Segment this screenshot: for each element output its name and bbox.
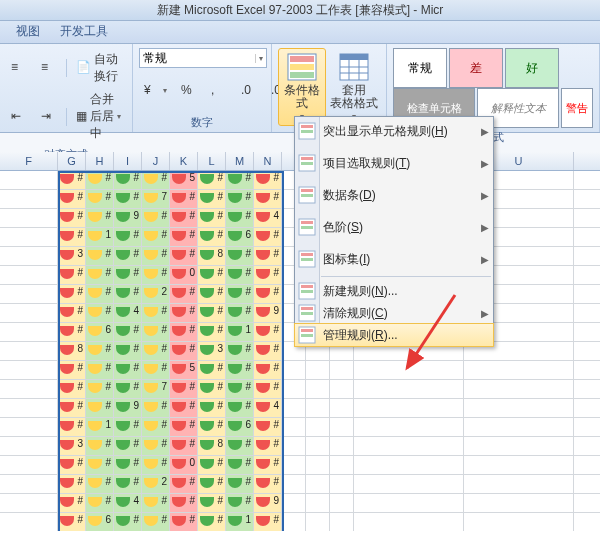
number-format-combo[interactable]: 常规 ▾ <box>139 48 267 68</box>
cell[interactable]: # <box>226 304 254 322</box>
cell[interactable]: # <box>114 361 142 379</box>
cell[interactable]: 1 <box>226 323 254 341</box>
cell[interactable] <box>0 247 58 265</box>
cell[interactable]: # <box>142 209 170 227</box>
currency-btn[interactable]: ¥▾ <box>139 80 172 102</box>
cell[interactable]: 1 <box>226 513 254 531</box>
cell[interactable] <box>0 361 58 379</box>
col-header[interactable]: I <box>114 152 142 170</box>
menu-item[interactable]: 新建规则(N)... <box>295 280 493 302</box>
cell[interactable]: # <box>254 418 282 436</box>
col-header[interactable]: N <box>254 152 282 170</box>
cell[interactable]: 3 <box>58 437 86 455</box>
cell[interactable]: # <box>254 513 282 531</box>
cell[interactable]: # <box>226 361 254 379</box>
cell[interactable]: 4 <box>114 304 142 322</box>
cell[interactable] <box>0 456 58 474</box>
cell[interactable] <box>464 399 574 417</box>
cell[interactable]: # <box>170 323 198 341</box>
cell[interactable] <box>306 361 330 379</box>
cell[interactable] <box>282 456 306 474</box>
cell[interactable] <box>464 456 574 474</box>
cell[interactable]: 9 <box>114 209 142 227</box>
cell[interactable]: # <box>58 456 86 474</box>
menu-item[interactable]: 项目选取规则(T)▶ <box>295 149 493 177</box>
cell[interactable]: # <box>226 266 254 284</box>
menu-item[interactable]: 数据条(D)▶ <box>295 181 493 209</box>
cell[interactable]: # <box>86 285 114 303</box>
cell[interactable]: # <box>226 437 254 455</box>
cell[interactable] <box>306 418 330 436</box>
cell[interactable]: 9 <box>254 304 282 322</box>
cell[interactable]: # <box>86 380 114 398</box>
cell[interactable]: # <box>254 456 282 474</box>
cell[interactable] <box>354 494 464 512</box>
col-header[interactable]: K <box>170 152 198 170</box>
style-warn[interactable]: 警告 <box>561 88 593 128</box>
cell[interactable]: # <box>198 513 226 531</box>
cell[interactable]: # <box>142 228 170 246</box>
cell[interactable]: # <box>86 266 114 284</box>
cell[interactable]: # <box>254 285 282 303</box>
cell[interactable] <box>282 361 306 379</box>
cell[interactable] <box>464 380 574 398</box>
cell[interactable]: 7 <box>142 190 170 208</box>
cell[interactable] <box>306 380 330 398</box>
cell[interactable] <box>330 475 354 493</box>
cell[interactable] <box>306 475 330 493</box>
cell[interactable] <box>0 171 58 189</box>
cell[interactable]: # <box>114 266 142 284</box>
cell[interactable]: 3 <box>58 247 86 265</box>
comma-btn[interactable]: , <box>206 80 232 102</box>
cell[interactable]: # <box>170 209 198 227</box>
cell[interactable] <box>330 418 354 436</box>
cell[interactable]: # <box>86 247 114 265</box>
cell[interactable]: # <box>198 266 226 284</box>
cell[interactable]: # <box>198 361 226 379</box>
cell[interactable]: # <box>142 171 170 189</box>
cell[interactable]: # <box>58 190 86 208</box>
cell[interactable]: # <box>114 418 142 436</box>
cell[interactable] <box>354 475 464 493</box>
cell[interactable]: # <box>58 304 86 322</box>
cell[interactable]: # <box>226 399 254 417</box>
cell[interactable]: # <box>114 323 142 341</box>
cell[interactable]: # <box>58 475 86 493</box>
cell[interactable]: # <box>254 342 282 360</box>
cell[interactable]: # <box>58 266 86 284</box>
cell[interactable] <box>464 418 574 436</box>
cell[interactable]: 2 <box>142 285 170 303</box>
cell[interactable] <box>354 513 464 531</box>
cell[interactable]: # <box>114 228 142 246</box>
col-header[interactable]: G <box>58 152 86 170</box>
cell[interactable]: # <box>170 285 198 303</box>
cell[interactable]: # <box>114 456 142 474</box>
cell[interactable]: 1 <box>86 228 114 246</box>
cell[interactable]: # <box>198 418 226 436</box>
cell[interactable]: 8 <box>58 342 86 360</box>
cell[interactable]: # <box>170 418 198 436</box>
cell[interactable] <box>306 456 330 474</box>
cell[interactable]: # <box>114 380 142 398</box>
cell[interactable]: # <box>114 190 142 208</box>
col-header[interactable]: J <box>142 152 170 170</box>
menu-item[interactable]: 管理规则(R)... <box>295 324 493 346</box>
cell[interactable]: # <box>114 475 142 493</box>
cell[interactable]: # <box>142 361 170 379</box>
cell[interactable]: 0 <box>170 456 198 474</box>
cell[interactable]: # <box>170 380 198 398</box>
cell[interactable]: # <box>86 304 114 322</box>
cell[interactable] <box>282 380 306 398</box>
col-header[interactable]: H <box>86 152 114 170</box>
cell[interactable] <box>0 418 58 436</box>
cell[interactable] <box>330 437 354 455</box>
cell[interactable]: # <box>170 304 198 322</box>
cell[interactable]: # <box>226 209 254 227</box>
cell[interactable]: # <box>142 342 170 360</box>
cell[interactable]: # <box>58 494 86 512</box>
cell[interactable] <box>0 323 58 341</box>
cell[interactable]: # <box>114 171 142 189</box>
cell[interactable]: # <box>86 209 114 227</box>
style-bad[interactable]: 差 <box>449 48 503 88</box>
cell[interactable]: # <box>226 247 254 265</box>
